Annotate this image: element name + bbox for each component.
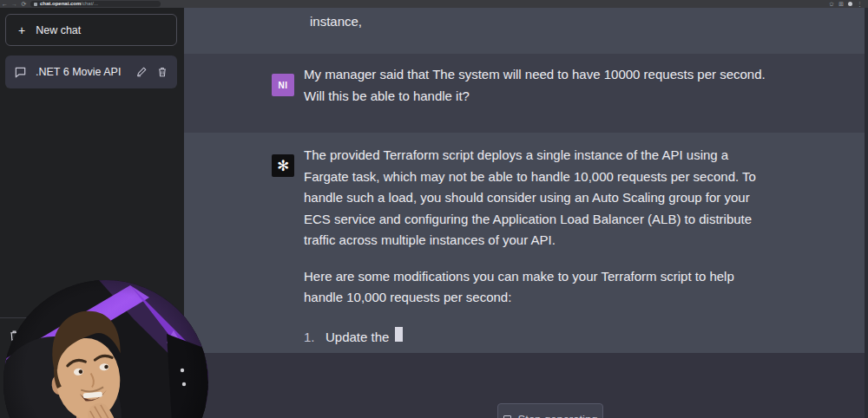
previous-message-row [184,8,868,54]
stop-icon [503,415,511,418]
user-avatar: NI [272,74,294,96]
streaming-cursor [395,327,403,342]
stop-generating-button[interactable]: Stop generating [497,403,603,418]
list-item-number: 1. [304,327,326,349]
new-chat-button[interactable]: + New chat [5,14,177,46]
list-item: 1. Update the [304,327,773,349]
user-message-text: My manager said that The system will nee… [304,64,773,107]
back-icon[interactable]: ← [0,0,10,8]
assistant-paragraph: The provided Terraform script deploys a … [304,145,773,251]
assistant-avatar-openai-logo-icon: ✻ [272,154,294,177]
assistant-numbered-list: 1. Update the [304,327,773,349]
edit-conversation-button[interactable] [135,66,148,78]
screen: ← → ⟳ chat.openai.com /chat/... ✩ ⊞ ⋮ + … [0,0,868,418]
browser-toolbar: ← → ⟳ chat.openai.com /chat/... ✩ ⊞ ⋮ [0,0,868,8]
browser-profile-avatar[interactable] [848,2,852,6]
plus-icon: + [18,24,25,36]
scrollbar[interactable] [865,8,868,418]
extensions-icon[interactable]: ⊞ [838,0,844,8]
conversation-title: .NET 6 Movie API [36,66,127,78]
list-item-text: Update the [326,327,389,349]
url-path: /chat/... [81,1,98,7]
lock-icon [34,3,37,6]
refresh-icon[interactable]: ⟳ [19,0,29,8]
assistant-paragraph: Here are some modifications you can make… [304,266,773,309]
chat-area: instance, NI My manager said that The sy… [184,8,868,418]
sidebar-item-conversation[interactable]: .NET 6 Movie API [5,56,177,88]
url-host: chat.openai.com [40,1,81,7]
forward-icon[interactable]: → [10,0,19,8]
previous-message-tail: instance, [310,11,362,33]
delete-conversation-button[interactable] [156,66,168,78]
stop-generating-label: Stop generating [518,413,598,418]
chat-bubble-icon [14,66,27,79]
bookmark-icon[interactable]: ✩ [829,0,834,8]
new-chat-label: New chat [36,24,81,36]
assistant-message-text: The provided Terraform script deploys a … [304,145,773,348]
address-bar[interactable]: chat.openai.com /chat/... [30,1,161,7]
browser-menu-icon[interactable]: ⋮ [857,0,863,8]
